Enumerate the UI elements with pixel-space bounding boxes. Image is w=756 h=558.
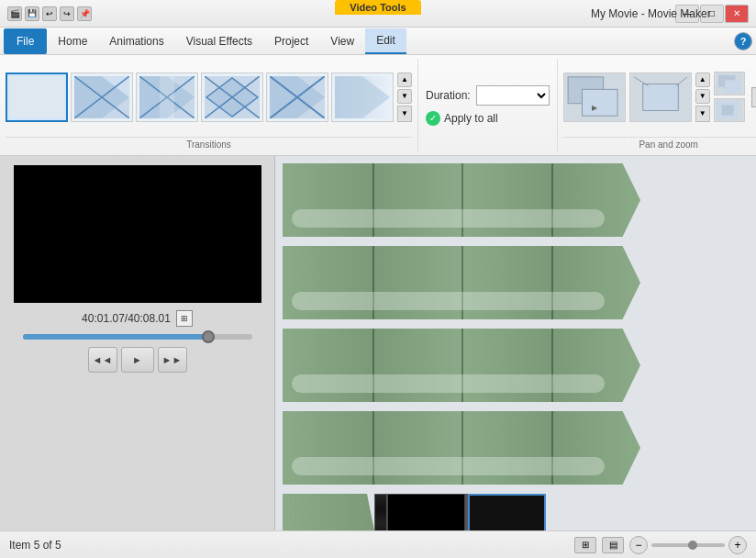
pan-zoom-add-button[interactable]: + (749, 73, 756, 122)
duration-label: Duration: (426, 89, 471, 102)
pan-zoom-content: ▶ ▲ ▼ ▼ (563, 59, 756, 135)
pan-zoom-thumb-1[interactable]: ▶ (563, 73, 626, 122)
apply-to-all-label: Apply to all (444, 112, 498, 125)
pan-zoom-extra-2[interactable] (714, 98, 745, 122)
project-view-icon-2[interactable]: ▤ (602, 537, 624, 553)
status-right: ⊞ ▤ − + (574, 536, 747, 554)
gallery-scroll: ▲ ▼ ▼ (397, 73, 412, 122)
zoom-in-button[interactable]: + (728, 536, 747, 554)
svg-rect-23 (582, 89, 617, 116)
timeline-track-2[interactable] (283, 246, 640, 319)
seek-fill (23, 334, 206, 340)
pan-zoom-section: ▶ ▲ ▼ ▼ (558, 59, 756, 151)
scroll-down-arrow[interactable]: ▼ (397, 89, 412, 104)
seek-bar[interactable] (23, 334, 252, 340)
current-time: 40:01.07/40:08.01 (82, 312, 171, 325)
title-bar-icons: 🎬 💾 ↩ ↪ 📌 (7, 6, 92, 21)
play-button[interactable]: ► (121, 347, 154, 373)
app-icon: 🎬 (7, 6, 22, 21)
time-expand-icon[interactable]: ⊞ (176, 310, 193, 327)
transitions-content: ▲ ▼ ▼ (6, 59, 412, 135)
video-tools-tab[interactable]: Video Tools (335, 0, 420, 15)
add-effect-icon[interactable]: + (751, 87, 756, 107)
redo-icon[interactable]: ↪ (60, 6, 74, 21)
project-view-icon-1[interactable]: ⊞ (574, 537, 596, 553)
transition-x-cross[interactable] (266, 73, 328, 122)
timeline-track-3[interactable] (283, 329, 640, 402)
pan-zoom-scroll-up[interactable]: ▲ (695, 73, 710, 87)
transition-diamond[interactable] (201, 73, 263, 122)
svg-rect-34 (721, 105, 733, 115)
svg-text:▶: ▶ (592, 104, 598, 112)
seek-thumb[interactable] (202, 330, 215, 343)
track-5-filmstrip (374, 494, 387, 530)
transition-fade[interactable] (331, 73, 394, 122)
pan-zoom-scroll: ▲ ▼ ▼ (695, 73, 710, 122)
video-preview (14, 165, 261, 303)
timeline-track-1[interactable] (283, 163, 640, 237)
pan-zoom-extra-1[interactable] (714, 72, 745, 95)
transition-cross[interactable] (136, 73, 198, 122)
apply-to-all-button[interactable]: ✓ Apply to all (426, 111, 550, 126)
timeline-container (275, 156, 756, 530)
left-panel: 40:01.07/40:08.01 ⊞ ◄◄ ► ►► (0, 156, 275, 530)
ribbon: ▲ ▼ ▼ Transitions Duration: ✓ Apply to a… (0, 55, 756, 156)
status-bar: Item 5 of 5 ⊞ ▤ − + (0, 530, 756, 558)
scroll-more-button[interactable]: ▼ (397, 106, 412, 122)
transition-diagonal-cross[interactable] (71, 73, 133, 122)
app-title: My Movie - Movie Maker (591, 7, 711, 20)
rewind-button[interactable]: ◄◄ (88, 347, 117, 373)
duration-select[interactable] (476, 85, 550, 106)
forward-button[interactable]: ►► (158, 347, 187, 373)
timeline-track-5[interactable] (283, 494, 749, 530)
pan-zoom-scroll-more[interactable]: ▼ (695, 106, 710, 122)
track-5-black-1[interactable] (387, 494, 465, 530)
title-bar: 🎬 💾 ↩ ↪ 📌 Video Tools My Movie - Movie M… (0, 0, 756, 28)
project-menu[interactable]: Project (263, 28, 319, 54)
svg-rect-0 (9, 76, 64, 118)
track-5-green[interactable] (283, 494, 374, 530)
pan-zoom-label: Pan and zoom (563, 137, 756, 151)
pan-zoom-thumb-2[interactable] (629, 73, 692, 122)
undo-icon[interactable]: ↩ (42, 6, 57, 21)
transition-none[interactable] (6, 73, 68, 122)
transition-gallery (6, 73, 394, 122)
right-panel[interactable] (275, 156, 756, 530)
zoom-slider[interactable] (651, 543, 725, 547)
zoom-out-button[interactable]: − (629, 536, 648, 554)
svg-rect-10 (160, 76, 174, 118)
ribbon-controls: Duration: ✓ Apply to all (418, 59, 558, 151)
status-text: Item 5 of 5 (9, 539, 61, 552)
home-menu[interactable]: Home (47, 28, 98, 54)
main-area: 40:01.07/40:08.01 ⊞ ◄◄ ► ►► (0, 156, 756, 530)
scroll-up-arrow[interactable]: ▲ (397, 73, 412, 87)
edit-menu[interactable]: Edit (365, 28, 406, 54)
animations-menu[interactable]: Animations (98, 28, 174, 54)
pin-icon[interactable]: 📌 (77, 6, 92, 21)
menu-right: ? (734, 32, 752, 50)
track-5-black-2[interactable] (468, 494, 546, 530)
help-icon[interactable]: ? (734, 32, 752, 50)
playback-controls: ◄◄ ► ►► (88, 347, 187, 373)
svg-rect-26 (642, 84, 678, 110)
visual-effects-menu[interactable]: Visual Effects (175, 28, 263, 54)
zoom-slider-container: − + (629, 536, 747, 554)
file-menu[interactable]: File (4, 28, 47, 54)
time-display: 40:01.07/40:08.01 ⊞ (82, 310, 193, 327)
zoom-thumb[interactable] (688, 541, 697, 550)
transitions-label: Transitions (6, 137, 412, 151)
pan-zoom-extra-controls (714, 72, 745, 122)
menu-bar: File Home Animations Visual Effects Proj… (0, 28, 756, 55)
duration-row: Duration: (426, 85, 550, 106)
svg-rect-31 (725, 80, 740, 92)
quick-save-icon[interactable]: 💾 (25, 6, 39, 21)
close-button[interactable]: ✕ (725, 5, 749, 23)
pan-zoom-scroll-down[interactable]: ▼ (695, 89, 710, 104)
transitions-section: ▲ ▼ ▼ Transitions (0, 59, 418, 151)
view-menu[interactable]: View (319, 28, 365, 54)
timeline-track-4[interactable] (283, 411, 640, 485)
apply-icon: ✓ (426, 111, 440, 126)
